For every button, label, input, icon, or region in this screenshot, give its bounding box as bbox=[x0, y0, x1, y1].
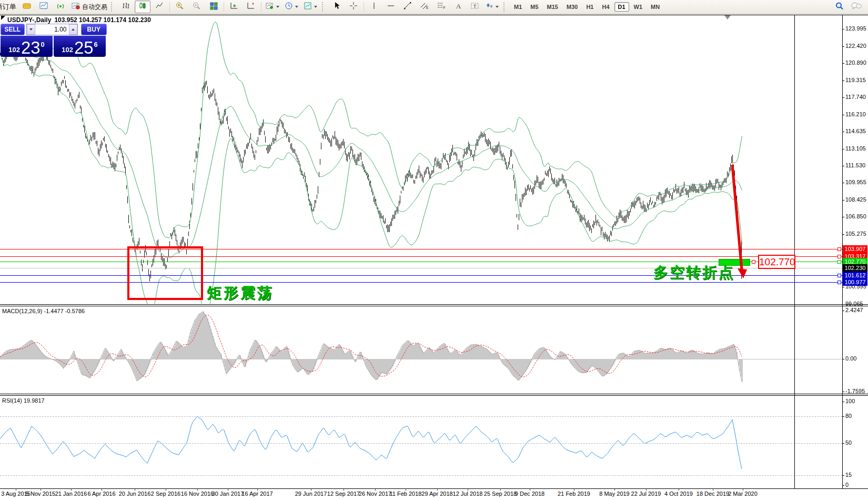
horizontal-level-line[interactable] bbox=[0, 249, 842, 249]
price-callout-box[interactable]: 102.770 bbox=[758, 255, 795, 269]
auto-trading-button[interactable]: 自动交易 bbox=[69, 1, 109, 13]
toolbar-separator bbox=[364, 2, 364, 12]
horizontal-level-line[interactable] bbox=[0, 262, 842, 262]
axis-tick bbox=[842, 132, 844, 132]
line-chart-mode-button[interactable] bbox=[152, 1, 167, 13]
date-axis-tick bbox=[574, 488, 574, 491]
chart-title: USDJPY-,Daily103.952 104.257 101.174 102… bbox=[7, 16, 151, 24]
callout-handle[interactable] bbox=[752, 260, 755, 264]
volume-decrease-button[interactable] bbox=[27, 24, 35, 35]
horizontal-level-line[interactable] bbox=[0, 256, 842, 257]
tile-windows-button[interactable] bbox=[206, 1, 221, 13]
zoom-out-button[interactable] bbox=[189, 1, 205, 13]
trendline-tool-button[interactable] bbox=[400, 1, 416, 13]
buy-button[interactable]: BUY bbox=[81, 24, 107, 35]
line-handle[interactable] bbox=[837, 255, 841, 258]
crosshair-icon bbox=[349, 2, 358, 12]
timeframe-d1[interactable]: D1 bbox=[614, 2, 629, 12]
date-axis-label: 5 Nov 2015 bbox=[26, 491, 55, 497]
chart-window-icon bbox=[39, 2, 48, 12]
volume-input[interactable] bbox=[35, 24, 69, 35]
vertical-line-object[interactable] bbox=[794, 15, 795, 488]
auto-scroll-button[interactable] bbox=[226, 1, 242, 13]
arrows-tool-button[interactable] bbox=[484, 1, 501, 13]
volume-increase-button[interactable] bbox=[69, 24, 77, 35]
history-center-button[interactable] bbox=[19, 1, 35, 13]
signals-button[interactable] bbox=[53, 1, 68, 13]
label-letter: T bbox=[473, 4, 477, 9]
chat-button[interactable] bbox=[849, 1, 864, 13]
timeframe-h1[interactable]: H1 bbox=[582, 2, 597, 12]
date-axis-label: 11 Feb 2018 bbox=[390, 491, 422, 497]
price-axis-label: 122.420 bbox=[845, 43, 866, 49]
line-handle[interactable] bbox=[837, 247, 841, 251]
price-level-tag: 102.230 bbox=[843, 264, 867, 272]
crosshair-tool-button[interactable] bbox=[346, 1, 361, 13]
axis-tick bbox=[842, 29, 844, 29]
vertical-line-tool-button[interactable] bbox=[366, 1, 382, 13]
toolbar-grip bbox=[322, 2, 327, 12]
new-order-button[interactable]: 新订单 bbox=[1, 1, 18, 13]
timeframe-mn[interactable]: MN bbox=[647, 2, 663, 12]
one-click-panel-collapse-arrow-icon[interactable] bbox=[1, 16, 5, 20]
chart-shift-marker-icon[interactable] bbox=[724, 15, 731, 19]
date-axis-label: 12 Sep 2017 bbox=[327, 491, 360, 497]
date-axis-tick bbox=[406, 488, 406, 491]
sell-button[interactable]: SELL bbox=[1, 24, 25, 35]
timeframe-m5[interactable]: M5 bbox=[527, 2, 542, 12]
sell-price-button[interactable]: 102230 bbox=[1, 36, 53, 57]
fibonacci-icon: F bbox=[437, 2, 446, 12]
timeframe-h4[interactable]: H4 bbox=[598, 2, 613, 12]
date-axis-tick bbox=[135, 488, 135, 491]
buy-price-button[interactable]: 102256 bbox=[54, 36, 106, 57]
price-axis-label: 105.275 bbox=[845, 231, 866, 237]
cursor-tool-button[interactable] bbox=[329, 1, 345, 13]
candlestick-mode-button[interactable] bbox=[135, 1, 150, 13]
macd-indicator-label: MACD(12,26,9) -1.4477 -0.5786 bbox=[2, 308, 85, 314]
axis-tick bbox=[842, 217, 844, 217]
axis-tick bbox=[842, 287, 844, 287]
axis-tick bbox=[842, 63, 844, 64]
fibonacci-tool-button[interactable]: F bbox=[433, 1, 449, 13]
axis-tick bbox=[842, 359, 844, 359]
line-handle[interactable] bbox=[837, 274, 841, 277]
axis-tick bbox=[842, 97, 844, 98]
date-axis-label: 25 Sep 2018 bbox=[484, 491, 517, 497]
axis-tick bbox=[842, 392, 844, 392]
rectangle-annotation[interactable] bbox=[127, 246, 203, 300]
date-axis-label: 21 Feb 2019 bbox=[558, 491, 590, 497]
templates-button[interactable] bbox=[302, 1, 320, 13]
toolbar-separator bbox=[224, 2, 224, 12]
date-axis-tick bbox=[311, 488, 311, 491]
tile-windows-icon bbox=[209, 2, 218, 12]
fibo-letter: F bbox=[443, 6, 446, 9]
date-axis-tick bbox=[375, 488, 376, 491]
price-axis-label: 111.530 bbox=[845, 162, 865, 168]
zoom-in-button[interactable] bbox=[172, 1, 188, 13]
timeframe-m1[interactable]: M1 bbox=[510, 2, 526, 12]
timeframe-w1[interactable]: W1 bbox=[630, 2, 647, 12]
line-handle[interactable] bbox=[837, 281, 841, 284]
market-watch-button[interactable] bbox=[36, 1, 52, 13]
range-annotation-label[interactable]: 矩形震荡 bbox=[207, 283, 274, 303]
rsi-axis-label: 100 bbox=[845, 398, 855, 404]
chart-shift-button[interactable] bbox=[243, 1, 259, 13]
indicators-button[interactable] bbox=[264, 1, 282, 13]
pivot-zone-bar[interactable] bbox=[719, 259, 750, 266]
date-axis-tick bbox=[344, 488, 344, 491]
text-icon: A bbox=[455, 2, 462, 12]
periods-button[interactable] bbox=[283, 1, 301, 13]
date-axis-label: 4 Oct 2019 bbox=[664, 491, 693, 497]
timeframe-m15[interactable]: M15 bbox=[543, 2, 562, 12]
line-handle[interactable] bbox=[837, 260, 841, 264]
timeframe-m30[interactable]: M30 bbox=[563, 2, 581, 12]
horizontal-line-tool-button[interactable] bbox=[383, 1, 399, 13]
axis-tick bbox=[842, 485, 844, 486]
search-button[interactable] bbox=[832, 1, 847, 13]
text-label-tool-button[interactable]: T bbox=[467, 1, 483, 13]
bar-chart-mode-button[interactable] bbox=[118, 1, 134, 13]
equidistant-channel-tool-button[interactable]: E bbox=[417, 1, 432, 13]
text-tool-button[interactable]: A bbox=[450, 1, 466, 13]
date-axis-label: 16 Nov 2016 bbox=[181, 491, 214, 497]
price-level-tag: 100.977 bbox=[843, 278, 867, 286]
